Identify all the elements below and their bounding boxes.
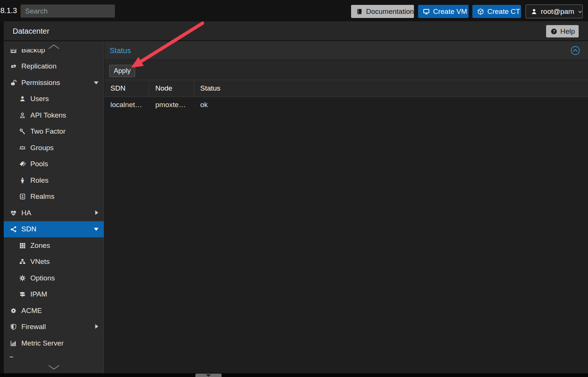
page-header: Datacenter ? Help xyxy=(4,21,588,41)
column-header-node[interactable]: Node xyxy=(149,80,194,97)
table-header: SDNNodeStatus xyxy=(104,80,588,97)
create-vm-button[interactable]: Create VM xyxy=(418,5,469,18)
svg-text:?: ? xyxy=(553,29,555,33)
sidebar-item-label: Roles xyxy=(30,176,49,185)
user-icon xyxy=(18,95,27,102)
sidebar-item-label: IPAM xyxy=(30,290,47,298)
create-ct-label: Create CT xyxy=(487,7,520,16)
documentation-label: Documentation xyxy=(366,7,414,16)
bottom-panel-handle[interactable] xyxy=(195,374,222,377)
page-title: Datacenter xyxy=(13,21,49,41)
help-button[interactable]: ? Help xyxy=(546,25,579,37)
create-ct-button[interactable]: Create CT xyxy=(472,5,521,18)
sidebar-item-label: HA xyxy=(21,209,31,217)
proxmox-window: 8.1.3 Documentation Create VM Create CT … xyxy=(0,0,588,377)
search-box xyxy=(21,4,115,18)
network-icon xyxy=(9,226,18,232)
scroll-down-indicator[interactable] xyxy=(48,364,60,370)
sidebar-item-roles[interactable]: Roles xyxy=(4,172,104,189)
sidebar-item-label: Zones xyxy=(30,241,50,250)
column-header-status[interactable]: Status xyxy=(194,80,588,97)
status-panel-header: Status xyxy=(104,41,588,60)
caret-down-icon xyxy=(94,225,99,233)
user-icon xyxy=(531,8,537,15)
documentation-button[interactable]: Documentation xyxy=(351,5,414,18)
scroll-up-indicator[interactable] xyxy=(48,44,60,50)
create-vm-label: Create VM xyxy=(433,7,467,16)
sidebar-item-realms[interactable]: Realms xyxy=(4,189,104,205)
user-menu-button[interactable]: root@pam xyxy=(525,4,583,18)
cell-node: pmoxte… xyxy=(149,97,194,112)
cell-sdn: localnet… xyxy=(104,97,149,112)
sidebar-item-label: ACME xyxy=(21,307,42,315)
sidebar-item-label: Realms xyxy=(30,192,54,201)
sidebar: BackupReplicationPermissionsUsersAPI Tok… xyxy=(4,41,104,373)
apply-button[interactable]: Apply xyxy=(109,65,135,77)
sidebar-item-label: Metric Server xyxy=(21,339,64,347)
sidebar-item-api-tokens[interactable]: API Tokens xyxy=(4,107,104,124)
bar-chart-icon xyxy=(9,340,18,347)
column-header-sdn[interactable]: SDN xyxy=(104,80,149,97)
sidebar-item-replication[interactable]: Replication xyxy=(4,58,104,75)
sidebar-item-metric-server[interactable]: Metric Server xyxy=(4,335,104,352)
partial-item xyxy=(10,356,13,358)
users-icon xyxy=(18,145,27,151)
collapse-panel-button[interactable] xyxy=(570,46,580,55)
table-body: localnet…pmoxte…ok xyxy=(104,97,588,112)
help-label: Help xyxy=(560,27,575,36)
signpost-icon xyxy=(18,291,27,298)
sidebar-item-groups[interactable]: Groups xyxy=(4,140,104,156)
table-row[interactable]: localnet…pmoxte…ok xyxy=(104,97,588,112)
sidebar-item-sdn[interactable]: SDN xyxy=(4,221,104,238)
content-panel: Status Apply SDNNodeStatus localnet…pmox… xyxy=(104,41,588,373)
sidebar-item-ipam[interactable]: IPAM xyxy=(4,286,104,303)
sidebar-item-permissions[interactable]: Permissions xyxy=(4,75,104,91)
sidebar-item-label: Firewall xyxy=(21,323,46,331)
monitor-icon xyxy=(423,8,430,15)
grid-icon xyxy=(18,242,27,249)
sidebar-item-firewall[interactable]: Firewall xyxy=(4,319,104,335)
caret-right-icon xyxy=(94,209,99,217)
sidebar-item-label: SDN xyxy=(21,225,36,233)
sidebar-item-label: Options xyxy=(30,274,55,282)
sidebar-item-users[interactable]: Users xyxy=(4,91,104,107)
sidebar-item-two-factor[interactable]: Two Factor xyxy=(4,124,104,140)
sidebar-item-label: Permissions xyxy=(21,79,60,87)
tags-icon xyxy=(18,161,27,167)
book-icon xyxy=(356,8,363,15)
address-book-icon xyxy=(18,193,27,200)
bottom-bar xyxy=(0,373,588,377)
key-icon xyxy=(18,128,27,135)
sidebar-item-vnets[interactable]: VNets xyxy=(4,254,104,270)
user-outline-icon xyxy=(18,112,27,119)
certificate-icon xyxy=(9,307,18,314)
sidebar-item-options[interactable]: Options xyxy=(4,270,104,286)
cube-icon xyxy=(477,8,484,15)
sidebar-item-label: Users xyxy=(30,95,49,103)
caret-right-icon xyxy=(94,323,99,331)
left-panel-edge xyxy=(0,21,4,373)
unlock-icon xyxy=(9,79,18,86)
sidebar-item-pools[interactable]: Pools xyxy=(4,156,104,173)
gear-icon xyxy=(18,275,27,282)
cell-status: ok xyxy=(194,97,588,112)
version-text: 8.1.3 xyxy=(0,0,17,21)
caret-down-icon xyxy=(94,79,99,87)
sitemap-icon xyxy=(18,258,27,265)
sidebar-item-acme[interactable]: ACME xyxy=(4,302,104,319)
search-input[interactable] xyxy=(21,4,115,18)
question-icon: ? xyxy=(551,28,557,35)
sidebar-item-label: Groups xyxy=(30,144,54,152)
shield-icon xyxy=(9,323,18,330)
sidebar-item-label: API Tokens xyxy=(30,111,66,119)
sidebar-item-ha[interactable]: HA xyxy=(4,205,104,221)
retweet-icon xyxy=(9,63,18,70)
user-label: root@pam xyxy=(541,7,574,16)
sidebar-item-label: Two Factor xyxy=(30,127,65,136)
male-icon xyxy=(18,177,27,184)
top-bar: 8.1.3 Documentation Create VM Create CT … xyxy=(0,0,588,21)
sidebar-item-label: VNets xyxy=(30,258,50,266)
sidebar-item-zones[interactable]: Zones xyxy=(4,237,104,254)
heartbeat-icon xyxy=(9,210,18,216)
toolbar: Apply xyxy=(104,60,588,80)
